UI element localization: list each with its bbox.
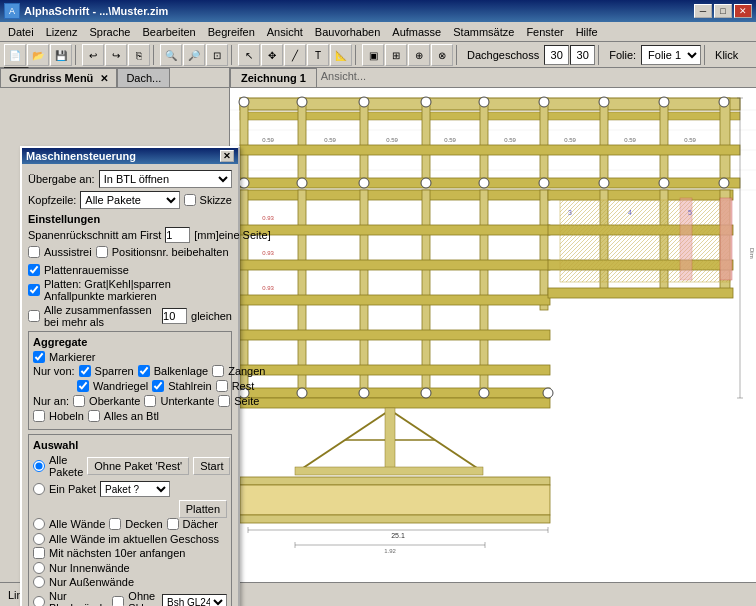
positionsnr-row1: Positionsnr. beibehalten <box>96 246 229 258</box>
rest-checkbox[interactable] <box>216 380 228 392</box>
ohne-skl-checkbox[interactable] <box>112 596 124 606</box>
start-button[interactable]: Start <box>193 457 230 475</box>
balkenlage-checkbox[interactable] <box>138 365 150 377</box>
floor-input1[interactable] <box>544 45 569 65</box>
menu-datei[interactable]: Datei <box>2 24 40 40</box>
kopfzeile-select[interactable]: Alle Pakete <box>80 191 179 209</box>
tab-dach[interactable]: Dach... <box>117 68 170 87</box>
menu-hilfe[interactable]: Hilfe <box>570 24 604 40</box>
menu-sprache[interactable]: Sprache <box>83 24 136 40</box>
mit-naechsten-checkbox[interactable] <box>33 547 45 559</box>
oberkante-checkbox[interactable] <box>73 395 85 407</box>
bsh-select[interactable]: Bsh GL24h <box>162 594 227 606</box>
dialog-close-button[interactable]: ✕ <box>220 150 234 162</box>
nur-aussenwände-radio[interactable] <box>33 576 45 588</box>
maschinensteuerung-dialog: Maschinensteuerung ✕ Übergabe an: In BTL… <box>20 146 240 606</box>
platten-section: Plattenrauemisse Platten: Grat|Kehl|spar… <box>28 264 232 328</box>
decken-checkbox[interactable] <box>109 518 121 530</box>
ein-paket-radio[interactable] <box>33 483 45 495</box>
move-button[interactable]: ✥ <box>261 44 283 66</box>
aussistrei-row: Aussistrei <box>28 246 92 258</box>
ein-paket-label: Ein Paket <box>49 483 96 495</box>
platten-button[interactable]: Platten <box>179 500 227 518</box>
aussistrei-checkbox[interactable] <box>28 246 40 258</box>
new-button[interactable]: 📄 <box>4 44 26 66</box>
alle-waende-aktuell-radio[interactable] <box>33 533 45 545</box>
svg-text:Dim: Dim <box>749 248 755 259</box>
tab-close-icon[interactable]: ✕ <box>100 73 108 84</box>
other-tab[interactable]: Ansicht... <box>317 68 370 87</box>
menu-bauvorhaben[interactable]: Bauvorhaben <box>309 24 386 40</box>
markierer-checkbox[interactable] <box>33 351 45 363</box>
alle-zusammen-checkbox[interactable] <box>28 310 40 322</box>
seite-label: Seite <box>234 395 259 407</box>
svg-point-76 <box>421 388 431 398</box>
floor-input2[interactable] <box>570 45 595 65</box>
unterkante-checkbox[interactable] <box>144 395 156 407</box>
svg-point-65 <box>297 178 307 188</box>
zoom-out-button[interactable]: 🔎 <box>183 44 205 66</box>
menu-begreifen[interactable]: Begreifen <box>202 24 261 40</box>
zangen-checkbox[interactable] <box>212 365 224 377</box>
tab-grundriss[interactable]: Grundriss Menü ✕ <box>0 68 117 87</box>
hobeln-checkbox[interactable] <box>33 410 45 422</box>
svg-rect-46 <box>385 408 395 470</box>
alle-zusammen-input[interactable] <box>162 308 187 324</box>
window-controls: ─ □ ✕ <box>694 4 752 18</box>
maximize-button[interactable]: □ <box>714 4 732 18</box>
folio-select[interactable]: Folie 1 <box>641 45 701 65</box>
wandriegel-row: Wandriegel Stahlrein Rest <box>33 380 227 392</box>
open-button[interactable]: 📂 <box>27 44 49 66</box>
tool1-button[interactable]: ▣ <box>362 44 384 66</box>
menu-ansicht[interactable]: Ansicht <box>261 24 309 40</box>
minimize-button[interactable]: ─ <box>694 4 712 18</box>
text-button[interactable]: T <box>307 44 329 66</box>
stahlrein-checkbox[interactable] <box>152 380 164 392</box>
drawing-area[interactable]: 25.1 <box>230 88 756 582</box>
line-button[interactable]: ╱ <box>284 44 306 66</box>
zoom-in-button[interactable]: 🔍 <box>160 44 182 66</box>
platten-mark-checkbox[interactable] <box>28 284 40 296</box>
daecher-checkbox[interactable] <box>167 518 179 530</box>
tool2-button[interactable]: ⊞ <box>385 44 407 66</box>
nur-blockwände-radio[interactable] <box>33 596 45 606</box>
alle-pakete-radio[interactable] <box>33 460 45 472</box>
close-button[interactable]: ✕ <box>734 4 752 18</box>
nur-an-row: Nur an: Oberkante Unterkante Seite <box>33 395 227 407</box>
paket-select[interactable]: Paket ? <box>100 481 170 497</box>
menu-fenster[interactable]: Fenster <box>520 24 569 40</box>
select-button[interactable]: ↖ <box>238 44 260 66</box>
nur-innenwände-label: Nur Innenwände <box>49 562 130 574</box>
tool4-button[interactable]: ⊗ <box>431 44 453 66</box>
menu-aufmasse[interactable]: Aufmasse <box>386 24 447 40</box>
undo-button[interactable]: ↩ <box>82 44 104 66</box>
redo-button[interactable]: ↪ <box>105 44 127 66</box>
app-title: AlphaSchrift - ...\Muster.zim <box>24 5 694 17</box>
ubergabe-select[interactable]: In BTL öffnen <box>99 170 232 188</box>
svg-rect-39 <box>560 200 730 282</box>
alle-waende-radio[interactable] <box>33 518 45 530</box>
tab-zeichnung1[interactable]: Zeichnung 1 <box>230 68 317 87</box>
seite-checkbox[interactable] <box>218 395 230 407</box>
wandriegel-checkbox[interactable] <box>77 380 89 392</box>
menu-bearbeiten[interactable]: Bearbeiten <box>136 24 201 40</box>
tool3-button[interactable]: ⊕ <box>408 44 430 66</box>
copy-button[interactable]: ⎘ <box>128 44 150 66</box>
menu-stammsatze[interactable]: Stammsätze <box>447 24 520 40</box>
positionsnr-checkbox1[interactable] <box>96 246 108 258</box>
zoom-fit-button[interactable]: ⊡ <box>206 44 228 66</box>
menu-lizenz[interactable]: Lizenz <box>40 24 84 40</box>
ohne-paket-button[interactable]: Ohne Paket 'Rest' <box>87 457 189 475</box>
alles-an-btl-checkbox[interactable] <box>88 410 100 422</box>
measure-button[interactable]: 📐 <box>330 44 352 66</box>
spanenrueck-input[interactable] <box>165 227 190 243</box>
sep5 <box>456 45 460 65</box>
plattenrauemisse-checkbox[interactable] <box>28 264 40 276</box>
svg-rect-17 <box>240 145 740 155</box>
save-button[interactable]: 💾 <box>50 44 72 66</box>
sparren-checkbox[interactable] <box>79 365 91 377</box>
alle-zusammen-label: Alle zusammenfassen bei mehr als <box>44 304 158 328</box>
nur-innenwände-radio[interactable] <box>33 562 45 574</box>
skizze-checkbox[interactable] <box>184 194 196 206</box>
svg-point-64 <box>239 178 249 188</box>
